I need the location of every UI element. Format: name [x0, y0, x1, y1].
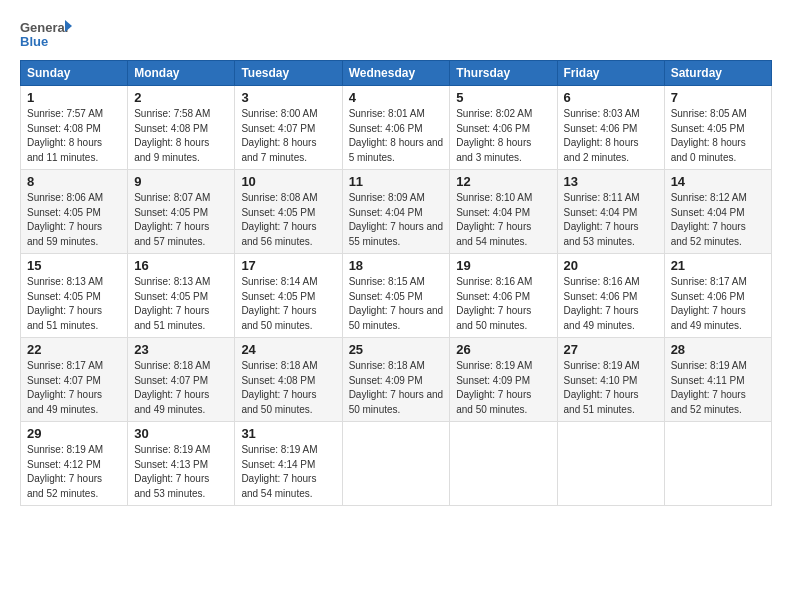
day-number: 10: [241, 174, 335, 189]
calendar-cell: 5Sunrise: 8:02 AMSunset: 4:06 PMDaylight…: [450, 86, 557, 170]
day-number: 1: [27, 90, 121, 105]
day-info: Sunrise: 8:16 AMSunset: 4:06 PMDaylight:…: [564, 275, 658, 333]
day-info: Sunrise: 8:18 AMSunset: 4:09 PMDaylight:…: [349, 359, 444, 417]
day-info: Sunrise: 8:17 AMSunset: 4:07 PMDaylight:…: [27, 359, 121, 417]
calendar-header-saturday: Saturday: [664, 61, 771, 86]
day-number: 6: [564, 90, 658, 105]
day-info: Sunrise: 8:08 AMSunset: 4:05 PMDaylight:…: [241, 191, 335, 249]
calendar-header-wednesday: Wednesday: [342, 61, 450, 86]
day-number: 8: [27, 174, 121, 189]
calendar-cell: 13Sunrise: 8:11 AMSunset: 4:04 PMDayligh…: [557, 170, 664, 254]
calendar-cell: 19Sunrise: 8:16 AMSunset: 4:06 PMDayligh…: [450, 254, 557, 338]
calendar-cell: 26Sunrise: 8:19 AMSunset: 4:09 PMDayligh…: [450, 338, 557, 422]
calendar-cell: 8Sunrise: 8:06 AMSunset: 4:05 PMDaylight…: [21, 170, 128, 254]
calendar-cell: 31Sunrise: 8:19 AMSunset: 4:14 PMDayligh…: [235, 422, 342, 506]
day-info: Sunrise: 8:18 AMSunset: 4:07 PMDaylight:…: [134, 359, 228, 417]
day-info: Sunrise: 8:10 AMSunset: 4:04 PMDaylight:…: [456, 191, 550, 249]
calendar-cell: 6Sunrise: 8:03 AMSunset: 4:06 PMDaylight…: [557, 86, 664, 170]
calendar-header-tuesday: Tuesday: [235, 61, 342, 86]
day-info: Sunrise: 8:13 AMSunset: 4:05 PMDaylight:…: [134, 275, 228, 333]
day-number: 15: [27, 258, 121, 273]
logo-icon: General Blue: [20, 16, 72, 52]
calendar-table: SundayMondayTuesdayWednesdayThursdayFrid…: [20, 60, 772, 506]
day-info: Sunrise: 8:06 AMSunset: 4:05 PMDaylight:…: [27, 191, 121, 249]
day-info: Sunrise: 8:14 AMSunset: 4:05 PMDaylight:…: [241, 275, 335, 333]
calendar-cell: 9Sunrise: 8:07 AMSunset: 4:05 PMDaylight…: [128, 170, 235, 254]
calendar-cell: 4Sunrise: 8:01 AMSunset: 4:06 PMDaylight…: [342, 86, 450, 170]
day-info: Sunrise: 8:19 AMSunset: 4:10 PMDaylight:…: [564, 359, 658, 417]
day-number: 12: [456, 174, 550, 189]
logo-flag: General Blue: [20, 16, 72, 52]
day-number: 21: [671, 258, 765, 273]
calendar-cell: 15Sunrise: 8:13 AMSunset: 4:05 PMDayligh…: [21, 254, 128, 338]
calendar-week-row: 22Sunrise: 8:17 AMSunset: 4:07 PMDayligh…: [21, 338, 772, 422]
day-info: Sunrise: 8:19 AMSunset: 4:11 PMDaylight:…: [671, 359, 765, 417]
day-info: Sunrise: 8:11 AMSunset: 4:04 PMDaylight:…: [564, 191, 658, 249]
day-number: 7: [671, 90, 765, 105]
day-number: 5: [456, 90, 550, 105]
calendar-cell: 21Sunrise: 8:17 AMSunset: 4:06 PMDayligh…: [664, 254, 771, 338]
day-number: 22: [27, 342, 121, 357]
calendar-week-row: 15Sunrise: 8:13 AMSunset: 4:05 PMDayligh…: [21, 254, 772, 338]
day-info: Sunrise: 8:05 AMSunset: 4:05 PMDaylight:…: [671, 107, 765, 165]
day-number: 20: [564, 258, 658, 273]
calendar-cell: 18Sunrise: 8:15 AMSunset: 4:05 PMDayligh…: [342, 254, 450, 338]
calendar-cell: 2Sunrise: 7:58 AMSunset: 4:08 PMDaylight…: [128, 86, 235, 170]
svg-text:General: General: [20, 20, 68, 35]
day-info: Sunrise: 8:07 AMSunset: 4:05 PMDaylight:…: [134, 191, 228, 249]
day-info: Sunrise: 8:16 AMSunset: 4:06 PMDaylight:…: [456, 275, 550, 333]
calendar-cell: 7Sunrise: 8:05 AMSunset: 4:05 PMDaylight…: [664, 86, 771, 170]
calendar-header-row: SundayMondayTuesdayWednesdayThursdayFrid…: [21, 61, 772, 86]
calendar-header-monday: Monday: [128, 61, 235, 86]
day-info: Sunrise: 8:09 AMSunset: 4:04 PMDaylight:…: [349, 191, 444, 249]
day-number: 31: [241, 426, 335, 441]
calendar-cell: [557, 422, 664, 506]
day-number: 11: [349, 174, 444, 189]
day-number: 19: [456, 258, 550, 273]
calendar-cell: 28Sunrise: 8:19 AMSunset: 4:11 PMDayligh…: [664, 338, 771, 422]
day-info: Sunrise: 8:15 AMSunset: 4:05 PMDaylight:…: [349, 275, 444, 333]
day-number: 9: [134, 174, 228, 189]
day-number: 13: [564, 174, 658, 189]
day-info: Sunrise: 8:19 AMSunset: 4:13 PMDaylight:…: [134, 443, 228, 501]
page: General Blue SundayMondayTuesdayWednesda…: [0, 0, 792, 612]
calendar-cell: 11Sunrise: 8:09 AMSunset: 4:04 PMDayligh…: [342, 170, 450, 254]
svg-text:Blue: Blue: [20, 34, 48, 49]
day-number: 4: [349, 90, 444, 105]
day-number: 3: [241, 90, 335, 105]
calendar-cell: 16Sunrise: 8:13 AMSunset: 4:05 PMDayligh…: [128, 254, 235, 338]
calendar-cell: 1Sunrise: 7:57 AMSunset: 4:08 PMDaylight…: [21, 86, 128, 170]
day-number: 14: [671, 174, 765, 189]
day-info: Sunrise: 8:19 AMSunset: 4:14 PMDaylight:…: [241, 443, 335, 501]
day-info: Sunrise: 8:01 AMSunset: 4:06 PMDaylight:…: [349, 107, 444, 165]
calendar-header-thursday: Thursday: [450, 61, 557, 86]
day-number: 27: [564, 342, 658, 357]
calendar-cell: 20Sunrise: 8:16 AMSunset: 4:06 PMDayligh…: [557, 254, 664, 338]
day-number: 26: [456, 342, 550, 357]
calendar-cell: 29Sunrise: 8:19 AMSunset: 4:12 PMDayligh…: [21, 422, 128, 506]
calendar-week-row: 1Sunrise: 7:57 AMSunset: 4:08 PMDaylight…: [21, 86, 772, 170]
day-info: Sunrise: 8:12 AMSunset: 4:04 PMDaylight:…: [671, 191, 765, 249]
logo: General Blue: [20, 16, 72, 52]
calendar-cell: 23Sunrise: 8:18 AMSunset: 4:07 PMDayligh…: [128, 338, 235, 422]
header: General Blue: [20, 16, 772, 52]
calendar-header-sunday: Sunday: [21, 61, 128, 86]
day-info: Sunrise: 8:03 AMSunset: 4:06 PMDaylight:…: [564, 107, 658, 165]
day-number: 29: [27, 426, 121, 441]
calendar-cell: [450, 422, 557, 506]
calendar-cell: 27Sunrise: 8:19 AMSunset: 4:10 PMDayligh…: [557, 338, 664, 422]
day-number: 25: [349, 342, 444, 357]
day-number: 2: [134, 90, 228, 105]
day-info: Sunrise: 7:57 AMSunset: 4:08 PMDaylight:…: [27, 107, 121, 165]
day-number: 24: [241, 342, 335, 357]
calendar-cell: 30Sunrise: 8:19 AMSunset: 4:13 PMDayligh…: [128, 422, 235, 506]
day-number: 28: [671, 342, 765, 357]
calendar-header-friday: Friday: [557, 61, 664, 86]
calendar-cell: 17Sunrise: 8:14 AMSunset: 4:05 PMDayligh…: [235, 254, 342, 338]
calendar-cell: 10Sunrise: 8:08 AMSunset: 4:05 PMDayligh…: [235, 170, 342, 254]
day-info: Sunrise: 7:58 AMSunset: 4:08 PMDaylight:…: [134, 107, 228, 165]
day-info: Sunrise: 8:00 AMSunset: 4:07 PMDaylight:…: [241, 107, 335, 165]
day-number: 18: [349, 258, 444, 273]
calendar-cell: 3Sunrise: 8:00 AMSunset: 4:07 PMDaylight…: [235, 86, 342, 170]
calendar-cell: 14Sunrise: 8:12 AMSunset: 4:04 PMDayligh…: [664, 170, 771, 254]
